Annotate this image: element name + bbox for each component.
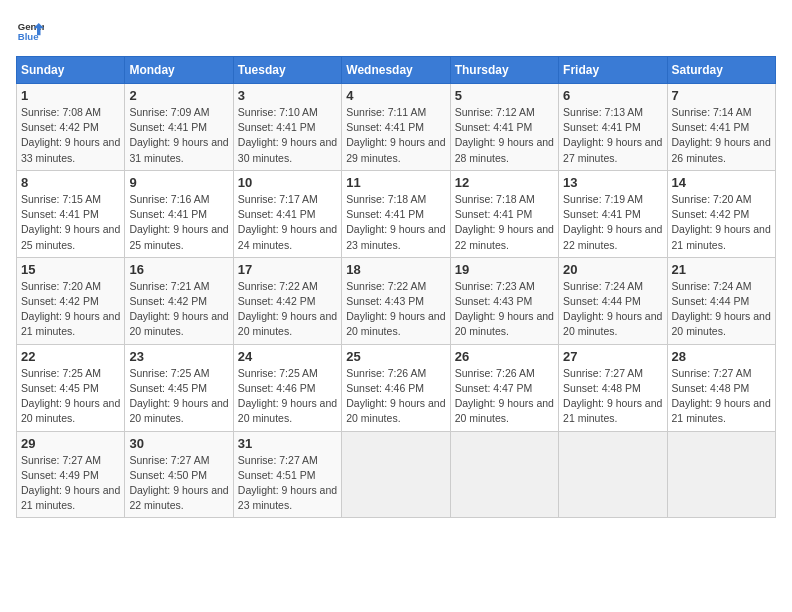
calendar-cell: 7 Sunrise: 7:14 AMSunset: 4:41 PMDayligh…: [667, 84, 775, 171]
calendar-cell: 30 Sunrise: 7:27 AMSunset: 4:50 PMDaylig…: [125, 431, 233, 518]
calendar-week-3: 15 Sunrise: 7:20 AMSunset: 4:42 PMDaylig…: [17, 257, 776, 344]
calendar-cell: 14 Sunrise: 7:20 AMSunset: 4:42 PMDaylig…: [667, 170, 775, 257]
day-detail: Sunrise: 7:26 AMSunset: 4:47 PMDaylight:…: [455, 367, 554, 425]
day-detail: Sunrise: 7:27 AMSunset: 4:48 PMDaylight:…: [672, 367, 771, 425]
calendar-cell: 13 Sunrise: 7:19 AMSunset: 4:41 PMDaylig…: [559, 170, 667, 257]
day-number: 8: [21, 175, 120, 190]
calendar-cell: [342, 431, 450, 518]
day-detail: Sunrise: 7:18 AMSunset: 4:41 PMDaylight:…: [455, 193, 554, 251]
calendar-cell: 2 Sunrise: 7:09 AMSunset: 4:41 PMDayligh…: [125, 84, 233, 171]
day-number: 4: [346, 88, 445, 103]
calendar-cell: 6 Sunrise: 7:13 AMSunset: 4:41 PMDayligh…: [559, 84, 667, 171]
day-detail: Sunrise: 7:27 AMSunset: 4:50 PMDaylight:…: [129, 454, 228, 512]
day-number: 3: [238, 88, 337, 103]
day-number: 23: [129, 349, 228, 364]
weekday-header-saturday: Saturday: [667, 57, 775, 84]
day-number: 13: [563, 175, 662, 190]
day-number: 10: [238, 175, 337, 190]
day-number: 14: [672, 175, 771, 190]
day-number: 9: [129, 175, 228, 190]
day-number: 1: [21, 88, 120, 103]
day-detail: Sunrise: 7:21 AMSunset: 4:42 PMDaylight:…: [129, 280, 228, 338]
day-number: 16: [129, 262, 228, 277]
logo-icon: General Blue: [16, 16, 44, 44]
day-number: 11: [346, 175, 445, 190]
day-detail: Sunrise: 7:09 AMSunset: 4:41 PMDaylight:…: [129, 106, 228, 164]
day-number: 28: [672, 349, 771, 364]
day-detail: Sunrise: 7:16 AMSunset: 4:41 PMDaylight:…: [129, 193, 228, 251]
svg-text:Blue: Blue: [18, 31, 39, 42]
weekday-header-wednesday: Wednesday: [342, 57, 450, 84]
calendar-cell: 27 Sunrise: 7:27 AMSunset: 4:48 PMDaylig…: [559, 344, 667, 431]
calendar-cell: 21 Sunrise: 7:24 AMSunset: 4:44 PMDaylig…: [667, 257, 775, 344]
day-detail: Sunrise: 7:18 AMSunset: 4:41 PMDaylight:…: [346, 193, 445, 251]
calendar-cell: 15 Sunrise: 7:20 AMSunset: 4:42 PMDaylig…: [17, 257, 125, 344]
calendar-cell: 24 Sunrise: 7:25 AMSunset: 4:46 PMDaylig…: [233, 344, 341, 431]
day-detail: Sunrise: 7:25 AMSunset: 4:45 PMDaylight:…: [21, 367, 120, 425]
day-detail: Sunrise: 7:20 AMSunset: 4:42 PMDaylight:…: [21, 280, 120, 338]
day-number: 6: [563, 88, 662, 103]
day-detail: Sunrise: 7:15 AMSunset: 4:41 PMDaylight:…: [21, 193, 120, 251]
calendar-week-4: 22 Sunrise: 7:25 AMSunset: 4:45 PMDaylig…: [17, 344, 776, 431]
calendar-cell: [559, 431, 667, 518]
calendar-cell: 19 Sunrise: 7:23 AMSunset: 4:43 PMDaylig…: [450, 257, 558, 344]
day-detail: Sunrise: 7:19 AMSunset: 4:41 PMDaylight:…: [563, 193, 662, 251]
calendar-cell: 10 Sunrise: 7:17 AMSunset: 4:41 PMDaylig…: [233, 170, 341, 257]
day-detail: Sunrise: 7:27 AMSunset: 4:51 PMDaylight:…: [238, 454, 337, 512]
day-number: 7: [672, 88, 771, 103]
calendar-cell: 17 Sunrise: 7:22 AMSunset: 4:42 PMDaylig…: [233, 257, 341, 344]
day-detail: Sunrise: 7:14 AMSunset: 4:41 PMDaylight:…: [672, 106, 771, 164]
day-detail: Sunrise: 7:26 AMSunset: 4:46 PMDaylight:…: [346, 367, 445, 425]
day-number: 29: [21, 436, 120, 451]
day-number: 17: [238, 262, 337, 277]
day-number: 31: [238, 436, 337, 451]
calendar-cell: 16 Sunrise: 7:21 AMSunset: 4:42 PMDaylig…: [125, 257, 233, 344]
day-detail: Sunrise: 7:24 AMSunset: 4:44 PMDaylight:…: [563, 280, 662, 338]
calendar-cell: 31 Sunrise: 7:27 AMSunset: 4:51 PMDaylig…: [233, 431, 341, 518]
day-detail: Sunrise: 7:23 AMSunset: 4:43 PMDaylight:…: [455, 280, 554, 338]
day-detail: Sunrise: 7:11 AMSunset: 4:41 PMDaylight:…: [346, 106, 445, 164]
day-number: 22: [21, 349, 120, 364]
calendar-cell: 3 Sunrise: 7:10 AMSunset: 4:41 PMDayligh…: [233, 84, 341, 171]
day-detail: Sunrise: 7:25 AMSunset: 4:46 PMDaylight:…: [238, 367, 337, 425]
weekday-header-thursday: Thursday: [450, 57, 558, 84]
day-detail: Sunrise: 7:13 AMSunset: 4:41 PMDaylight:…: [563, 106, 662, 164]
calendar-cell: 18 Sunrise: 7:22 AMSunset: 4:43 PMDaylig…: [342, 257, 450, 344]
calendar-cell: 28 Sunrise: 7:27 AMSunset: 4:48 PMDaylig…: [667, 344, 775, 431]
calendar-cell: [450, 431, 558, 518]
calendar-cell: [667, 431, 775, 518]
calendar-cell: 11 Sunrise: 7:18 AMSunset: 4:41 PMDaylig…: [342, 170, 450, 257]
calendar-cell: 22 Sunrise: 7:25 AMSunset: 4:45 PMDaylig…: [17, 344, 125, 431]
weekday-header-friday: Friday: [559, 57, 667, 84]
calendar-cell: 26 Sunrise: 7:26 AMSunset: 4:47 PMDaylig…: [450, 344, 558, 431]
calendar-cell: 1 Sunrise: 7:08 AMSunset: 4:42 PMDayligh…: [17, 84, 125, 171]
page-header: General Blue: [16, 16, 776, 44]
calendar-cell: 25 Sunrise: 7:26 AMSunset: 4:46 PMDaylig…: [342, 344, 450, 431]
calendar-cell: 8 Sunrise: 7:15 AMSunset: 4:41 PMDayligh…: [17, 170, 125, 257]
day-number: 24: [238, 349, 337, 364]
day-number: 12: [455, 175, 554, 190]
calendar-week-2: 8 Sunrise: 7:15 AMSunset: 4:41 PMDayligh…: [17, 170, 776, 257]
day-number: 26: [455, 349, 554, 364]
calendar-table: SundayMondayTuesdayWednesdayThursdayFrid…: [16, 56, 776, 518]
day-detail: Sunrise: 7:20 AMSunset: 4:42 PMDaylight:…: [672, 193, 771, 251]
day-detail: Sunrise: 7:24 AMSunset: 4:44 PMDaylight:…: [672, 280, 771, 338]
weekday-header-sunday: Sunday: [17, 57, 125, 84]
calendar-cell: 9 Sunrise: 7:16 AMSunset: 4:41 PMDayligh…: [125, 170, 233, 257]
weekday-header-monday: Monday: [125, 57, 233, 84]
day-number: 25: [346, 349, 445, 364]
day-detail: Sunrise: 7:12 AMSunset: 4:41 PMDaylight:…: [455, 106, 554, 164]
day-number: 21: [672, 262, 771, 277]
day-number: 18: [346, 262, 445, 277]
day-detail: Sunrise: 7:08 AMSunset: 4:42 PMDaylight:…: [21, 106, 120, 164]
day-number: 30: [129, 436, 228, 451]
calendar-week-5: 29 Sunrise: 7:27 AMSunset: 4:49 PMDaylig…: [17, 431, 776, 518]
day-detail: Sunrise: 7:22 AMSunset: 4:42 PMDaylight:…: [238, 280, 337, 338]
day-number: 19: [455, 262, 554, 277]
day-detail: Sunrise: 7:17 AMSunset: 4:41 PMDaylight:…: [238, 193, 337, 251]
calendar-cell: 20 Sunrise: 7:24 AMSunset: 4:44 PMDaylig…: [559, 257, 667, 344]
day-detail: Sunrise: 7:25 AMSunset: 4:45 PMDaylight:…: [129, 367, 228, 425]
day-number: 27: [563, 349, 662, 364]
day-detail: Sunrise: 7:22 AMSunset: 4:43 PMDaylight:…: [346, 280, 445, 338]
calendar-cell: 4 Sunrise: 7:11 AMSunset: 4:41 PMDayligh…: [342, 84, 450, 171]
